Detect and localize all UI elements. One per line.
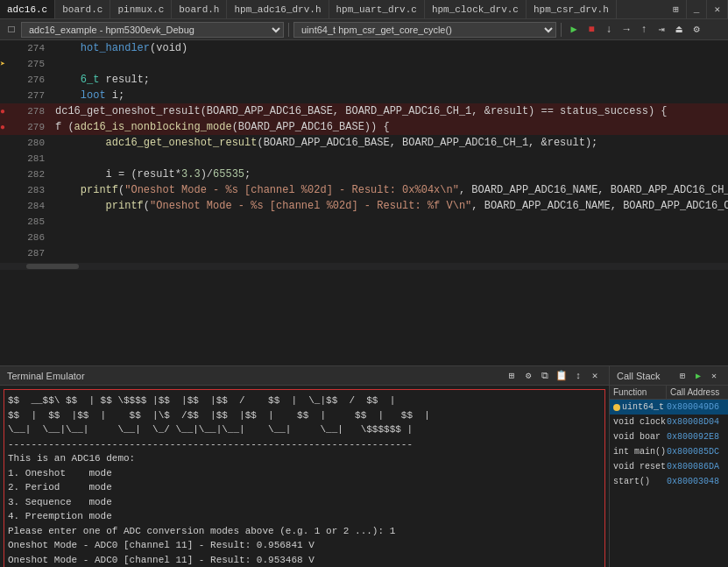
tab-board-h[interactable]: board.h	[172, 0, 227, 18]
line-279: ● 279 f (adc16_is_nonblocking_mode(BOARD…	[0, 119, 728, 135]
tab-hpm-csr[interactable]: hpm_csr_drv.h	[527, 0, 617, 18]
step-return-btn[interactable]: ↑	[636, 22, 652, 38]
cs-addr-4: 0x800086DA	[667, 462, 728, 471]
stop-btn[interactable]: ■	[583, 22, 599, 38]
tab-adc16[interactable]: adc16.c	[0, 0, 55, 18]
main-area: 274 hot_handler(void) ➤ 275 276 6_t resu…	[0, 40, 728, 365]
terminal-out-1: 1. Oneshot mode	[8, 466, 601, 481]
cs-addr-2: 0x800092E8	[667, 432, 728, 442]
line-280: 280 adc16_get_oneshot_result(BOARD_APP_A…	[0, 135, 728, 151]
step-over-btn[interactable]: →	[618, 22, 634, 38]
terminal-ascii-1: $$ __$$\ $$ | $$ \$$$$ |$$ |$$ |$$ / $$ …	[8, 393, 601, 408]
separator2	[561, 23, 562, 37]
cs-col-function: Function	[610, 386, 667, 399]
cs-fn-1: void clock	[610, 417, 667, 427]
editor-toolbar: □ adc16_example - hpm5300evk_Debug uint6…	[0, 19, 728, 40]
callstack-toolbar: ⊞ ▶ ✕	[675, 369, 721, 383]
terminal-copy-icon[interactable]: ⧉	[538, 369, 552, 383]
terminal-out-2: 2. Period mode	[8, 480, 601, 495]
tab-board-c[interactable]: board.c	[55, 0, 110, 18]
cs-row-0[interactable]: uint64_t hpm_ 0x800049D6	[610, 400, 728, 415]
line-285: 285	[0, 214, 728, 230]
expand-icon[interactable]: ⊞	[666, 0, 687, 18]
callstack-columns: Function Call Address	[610, 386, 728, 400]
terminal-ascii-3: \__| \__|\__| \__| \_/ \__|\__|\__| \__|…	[8, 422, 601, 437]
terminal-out-0: This is an ADC16 demo:	[8, 451, 601, 466]
terminal-body[interactable]: $$ __$$\ $$ | $$ \$$$$ |$$ |$$ |$$ / $$ …	[0, 386, 609, 567]
tab-hpm-uart[interactable]: hpm_uart_drv.c	[329, 0, 425, 18]
function-select[interactable]: uint64_t hpm_csr_get_core_cycle()	[293, 22, 556, 38]
cs-addr-1: 0x80008D04	[667, 417, 728, 427]
line-278: ● 278 dc16_get_oneshot_result(BOARD_APP_…	[0, 103, 728, 119]
cs-fn-4: void reset	[610, 462, 667, 471]
terminal-out-7: Oneshot Mode - ADC0 [channel 11] - Resul…	[8, 553, 601, 568]
line-283: 283 printf("Oneshot Mode - %s [channel %…	[0, 182, 728, 198]
line-287: 287	[0, 245, 728, 261]
cs-col-address: Call Address	[667, 386, 728, 399]
cs-row-2[interactable]: void boar 0x800092E8	[610, 429, 728, 444]
terminal-section: Terminal Emulator ⊞ ⚙ ⧉ 📋 ↕ ✕ $$ __$$\ $…	[0, 366, 610, 567]
terminal-toolbar: ⊞ ⚙ ⧉ 📋 ↕ ✕	[505, 369, 602, 383]
cs-fn-5: start()	[610, 477, 667, 486]
callstack-header: Call Stack ⊞ ▶ ✕	[610, 366, 728, 386]
resume-btn[interactable]: ▶	[566, 22, 582, 38]
cs-expand-icon[interactable]: ⊞	[675, 369, 689, 383]
cs-row-3[interactable]: int main() 0x800085DC	[610, 444, 728, 459]
line-281: 281	[0, 151, 728, 167]
cs-addr-0: 0x800049D6	[667, 402, 728, 412]
bp-275[interactable]: ➤	[0, 59, 11, 69]
callstack-section: Call Stack ⊞ ▶ ✕ Function Call Address u…	[610, 366, 728, 567]
cs-fn-0: uint64_t hpm_	[610, 402, 667, 412]
minimize-icon[interactable]: _	[687, 0, 708, 18]
terminal-settings-icon[interactable]: ⚙	[521, 369, 535, 383]
terminal-divider: ----------------------------------------…	[8, 437, 601, 452]
terminal-out-5: Please enter one of ADC conversion modes…	[8, 524, 601, 539]
cs-addr-5: 0x80003048	[667, 477, 728, 486]
terminal-new-icon[interactable]: ⊞	[505, 369, 519, 383]
terminal-out-6: Oneshot Mode - ADC0 [channel 11] - Resul…	[8, 538, 601, 553]
terminal-paste-icon[interactable]: 📋	[555, 369, 569, 383]
separator	[288, 23, 289, 37]
tab-hpm-clock[interactable]: hpm_clock_drv.c	[425, 0, 527, 18]
cs-dot-0	[613, 404, 620, 411]
callstack-body[interactable]: uint64_t hpm_ 0x800049D6 void clock 0x80…	[610, 400, 728, 567]
cs-row-5[interactable]: start() 0x80003048	[610, 474, 728, 489]
step-into-btn[interactable]: ↓	[601, 22, 617, 38]
bottom-panel: Terminal Emulator ⊞ ⚙ ⧉ 📋 ↕ ✕ $$ __$$\ $…	[0, 365, 728, 567]
debug-session-select[interactable]: adc16_example - hpm5300evk_Debug	[21, 22, 284, 38]
terminal-title: Terminal Emulator	[7, 371, 85, 381]
terminal-out-3: 3. Sequence mode	[8, 495, 601, 510]
terminal-ascii-2: $$ | $$ |$$ | $$ |\$ /$$ |$$ |$$ | $$ | …	[8, 408, 601, 423]
code-editor[interactable]: 274 hot_handler(void) ➤ 275 276 6_t resu…	[0, 40, 728, 365]
tab-pinmux[interactable]: pinmux.c	[110, 0, 172, 18]
disconnect-btn[interactable]: ⏏	[671, 22, 687, 38]
cs-row-1[interactable]: void clock 0x80008D04	[610, 415, 728, 429]
cs-close-icon[interactable]: ✕	[707, 369, 721, 383]
line-284: 284 printf("Oneshot Mode - %s [channel %…	[0, 198, 728, 214]
bp-279[interactable]: ●	[0, 123, 11, 132]
terminal-scroll-icon[interactable]: ↕	[571, 369, 585, 383]
callstack-title: Call Stack	[617, 371, 661, 381]
line-275: ➤ 275	[0, 56, 728, 72]
cs-fn-3: int main()	[610, 447, 667, 457]
bp-278[interactable]: ●	[0, 107, 11, 117]
line-274: 274 hot_handler(void)	[0, 40, 728, 56]
run-to-line-btn[interactable]: ⇥	[654, 22, 669, 38]
terminal-out-4: 4. Preemption mode	[8, 509, 601, 524]
cs-resume-icon[interactable]: ▶	[691, 369, 705, 383]
line-277: 277 loot i;	[0, 88, 728, 103]
tab-bar: adc16.c board.c pinmux.c board.h hpm_adc…	[0, 0, 728, 19]
terminal-content: $$ __$$\ $$ | $$ \$$$$ |$$ |$$ |$$ / $$ …	[4, 389, 605, 567]
close-icon[interactable]: ✕	[707, 0, 728, 18]
line-286: 286	[0, 230, 728, 245]
cs-fn-2: void boar	[610, 432, 667, 442]
terminal-header: Terminal Emulator ⊞ ⚙ ⧉ 📋 ↕ ✕	[0, 366, 609, 386]
file-icon[interactable]: □	[4, 22, 19, 38]
line-276: 276 6_t result;	[0, 72, 728, 88]
line-282: 282 i = (result*3.3)/65535;	[0, 167, 728, 182]
cs-addr-3: 0x800085DC	[667, 447, 728, 457]
cs-row-4[interactable]: void reset 0x800086DA	[610, 459, 728, 474]
tab-hpm-adc16[interactable]: hpm_adc16_drv.h	[227, 0, 329, 18]
terminal-close-icon[interactable]: ✕	[588, 369, 602, 383]
settings-btn[interactable]: ⚙	[689, 22, 704, 38]
